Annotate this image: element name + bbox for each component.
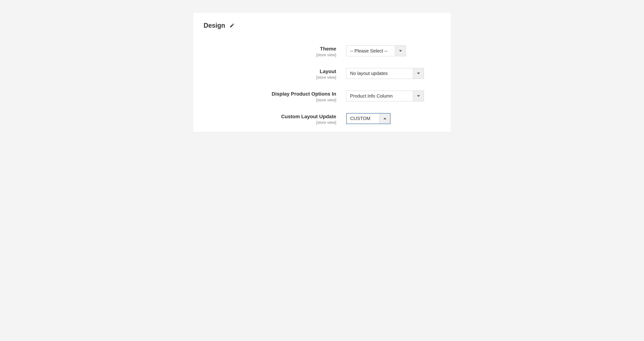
chevron-down-icon xyxy=(395,46,406,56)
panel-header: Design xyxy=(204,22,440,29)
label-col: Theme [store view] xyxy=(204,46,336,57)
theme-scope: [store view] xyxy=(204,53,336,57)
form-rows: Theme [store view] -- Please Select -- L… xyxy=(204,46,440,125)
chevron-up-icon xyxy=(379,114,390,124)
design-panel: Design Theme [store view] -- Please Sele… xyxy=(192,12,452,132)
layout-select-value: No layout updates xyxy=(346,68,413,79)
theme-label: Theme xyxy=(204,46,336,52)
row-theme: Theme [store view] -- Please Select -- xyxy=(204,46,440,57)
control-col: Product Info Column xyxy=(346,90,440,101)
display-options-select-value: Product Info Column xyxy=(346,91,413,101)
row-layout: Layout [store view] No layout updates xyxy=(204,68,440,80)
row-display-options: Display Product Options In [store view] … xyxy=(204,90,440,102)
layout-select[interactable]: No layout updates xyxy=(346,68,424,79)
label-col: Custom Layout Update [store view] xyxy=(204,113,336,125)
display-options-scope: [store view] xyxy=(204,98,336,102)
custom-layout-update-select[interactable]: CUSTOM xyxy=(346,113,390,124)
layout-scope: [store view] xyxy=(204,75,336,80)
custom-layout-update-scope: [store view] xyxy=(204,120,336,125)
chevron-down-icon xyxy=(413,68,424,79)
control-col: CUSTOM xyxy=(346,113,440,124)
section-title: Design xyxy=(204,22,225,29)
custom-layout-update-label: Custom Layout Update xyxy=(204,114,336,120)
pencil-icon[interactable] xyxy=(230,23,234,28)
theme-select[interactable]: -- Please Select -- xyxy=(346,46,406,56)
label-col: Display Product Options In [store view] xyxy=(204,90,336,102)
label-col: Layout [store view] xyxy=(204,68,336,80)
theme-select-value: -- Please Select -- xyxy=(346,46,395,56)
layout-label: Layout xyxy=(204,68,336,74)
row-custom-layout-update: Custom Layout Update [store view] CUSTOM xyxy=(204,113,440,125)
custom-layout-update-select-value: CUSTOM xyxy=(346,114,379,124)
display-options-label: Display Product Options In xyxy=(204,91,336,97)
display-options-select[interactable]: Product Info Column xyxy=(346,90,424,101)
control-col: -- Please Select -- xyxy=(346,46,440,56)
chevron-down-icon xyxy=(413,91,424,101)
control-col: No layout updates xyxy=(346,68,440,79)
